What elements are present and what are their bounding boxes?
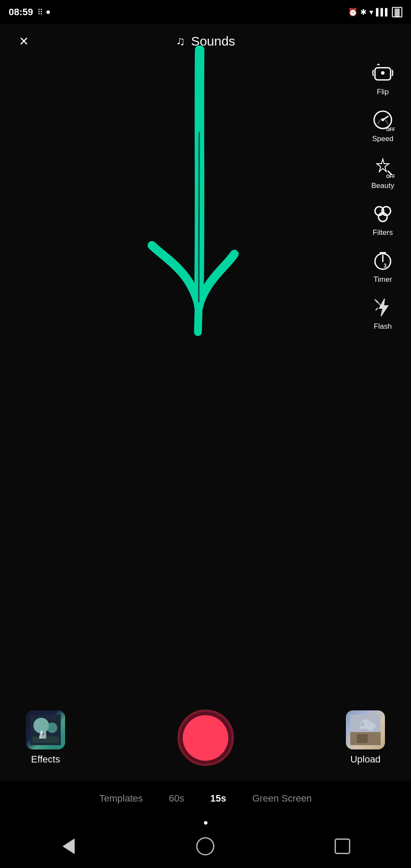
svg-rect-19: [357, 734, 368, 743]
tab-15s[interactable]: 15s: [197, 789, 240, 809]
beauty-icon-wrap: OFF: [370, 154, 396, 180]
header: × ♫ Sounds: [0, 24, 411, 59]
bluetooth-icon: ✱: [360, 7, 367, 17]
nav-home-icon: [196, 837, 214, 855]
status-time: 08:59: [9, 7, 33, 18]
tab-templates[interactable]: Templates: [86, 789, 156, 809]
flash-tool[interactable]: Flash: [363, 291, 402, 334]
effects-thumbnail: [26, 710, 65, 749]
podcast-icon: ⠿: [37, 7, 43, 17]
right-sidebar: Flip OFF Speed OFF Beauty: [363, 56, 402, 334]
filters-tool[interactable]: Filters: [363, 197, 402, 241]
alarm-icon: ⏰: [348, 7, 358, 17]
beauty-tool[interactable]: OFF Beauty: [363, 150, 402, 194]
nav-bar: [0, 825, 411, 868]
svg-line-11: [376, 308, 378, 310]
nav-back-icon: [62, 838, 75, 854]
svg-point-1: [381, 71, 385, 75]
filters-icon: [372, 202, 394, 225]
nav-square-icon: [335, 838, 350, 854]
effects-thumb-art: [30, 715, 61, 745]
record-button-inner: [183, 715, 228, 761]
status-bar: 08:59 ⠿ ⏰ ✱ ▾ ▌▌▌ ▓: [0, 0, 411, 24]
effects-label: Effects: [31, 754, 60, 765]
beauty-off-badge: OFF: [386, 174, 395, 179]
speed-tool[interactable]: OFF Speed: [363, 103, 402, 147]
status-icons-right: ⏰ ✱ ▾ ▌▌▌ ▓: [348, 7, 402, 17]
flip-label: Flip: [377, 88, 388, 96]
effects-thumb-inner: [26, 710, 65, 749]
nav-recents-button[interactable]: [329, 833, 355, 859]
battery-icon: ▓: [392, 7, 402, 17]
flip-icon: [372, 62, 394, 84]
upload-label: Upload: [350, 754, 381, 765]
upload-thumbnail: [346, 710, 385, 749]
timer-icon-wrap: 3: [370, 248, 396, 274]
dot-icon: [46, 10, 50, 14]
speed-off-badge: OFF: [386, 127, 395, 132]
tab-60s[interactable]: 60s: [156, 789, 197, 809]
timer-label: Timer: [374, 275, 392, 284]
tab-greenscreen[interactable]: Green Screen: [239, 789, 325, 809]
svg-point-15: [47, 723, 57, 733]
upload-button[interactable]: Upload: [346, 710, 385, 765]
signal-icon: ▌▌▌: [376, 8, 389, 16]
flash-icon-wrap: [370, 294, 396, 320]
tab-indicator-row: [0, 821, 411, 825]
tab-active-dot: [204, 821, 207, 825]
svg-point-20: [360, 722, 365, 726]
camera-view: [0, 24, 411, 781]
speed-icon-wrap: OFF: [370, 107, 396, 133]
teal-arrow-drawing: [139, 46, 260, 350]
close-button[interactable]: ×: [13, 30, 35, 52]
nav-back-button[interactable]: [56, 833, 82, 859]
status-icons-left: ⠿: [37, 7, 50, 17]
header-title-group: ♫ Sounds: [176, 34, 235, 49]
filters-label: Filters: [373, 228, 393, 237]
record-button-wrap[interactable]: [178, 710, 234, 766]
mode-tabs: Templates 60s 15s Green Screen: [0, 781, 411, 816]
flash-icon: [372, 296, 394, 319]
flash-label: Flash: [374, 322, 392, 331]
timer-tool[interactable]: 3 Timer: [363, 244, 402, 287]
upload-thumb-art: [350, 715, 381, 745]
speed-label: Speed: [372, 135, 393, 143]
svg-line-12: [375, 300, 381, 306]
timer-icon: 3: [372, 249, 394, 272]
music-icon: ♫: [176, 34, 185, 48]
record-button-outer[interactable]: [178, 710, 234, 766]
flip-icon-wrap: [370, 60, 396, 86]
close-icon: ×: [19, 33, 28, 49]
wifi-icon: ▾: [369, 7, 373, 17]
beauty-label: Beauty: [372, 182, 395, 190]
sounds-title: Sounds: [191, 34, 235, 49]
flip-tool[interactable]: Flip: [363, 56, 402, 100]
effects-button[interactable]: Effects: [26, 710, 65, 765]
upload-thumb-inner: [346, 710, 385, 749]
filters-icon-wrap: [370, 201, 396, 227]
nav-home-button[interactable]: [192, 833, 218, 859]
svg-text:3: 3: [384, 263, 387, 269]
bottom-controls: Effects Upload: [0, 694, 411, 781]
